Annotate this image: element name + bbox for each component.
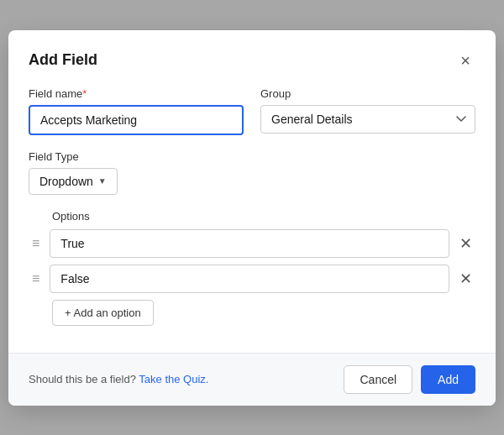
cancel-button[interactable]: Cancel xyxy=(344,365,412,394)
options-label: Options xyxy=(29,210,475,223)
drag-handle-0[interactable]: ≡ xyxy=(29,233,43,254)
field-name-input[interactable] xyxy=(29,105,244,135)
option-input-1[interactable] xyxy=(50,265,449,293)
field-name-group-row: Field name* Group General Details xyxy=(29,87,475,135)
close-button[interactable]: × xyxy=(455,50,475,71)
remove-option-0[interactable]: ✕ xyxy=(456,234,475,253)
group-label: Group xyxy=(260,87,475,100)
add-field-modal: Add Field × Field name* Group General De… xyxy=(8,30,496,406)
modal-body: Add Field × Field name* Group General De… xyxy=(8,30,496,353)
option-row-1: ≡ ✕ xyxy=(29,265,475,293)
footer-actions: Cancel Add xyxy=(344,365,475,394)
field-type-arrow: ▼ xyxy=(98,176,107,186)
drag-handle-1[interactable]: ≡ xyxy=(29,268,43,290)
option-row-0: ≡ ✕ xyxy=(29,229,475,258)
modal-title: Add Field xyxy=(29,51,97,69)
modal-footer: Should this be a field? Take the Quiz. C… xyxy=(8,353,496,406)
take-quiz-link[interactable]: Take the Quiz. xyxy=(139,373,208,385)
add-option-button[interactable]: + Add an option xyxy=(52,300,154,326)
options-section: Options ≡ ✕ ≡ ✕ + Add an option xyxy=(29,210,475,326)
field-type-dropdown[interactable]: Dropdown ▼ xyxy=(29,168,118,195)
footer-text: Should this be a field? Take the Quiz. xyxy=(29,373,208,385)
field-name-group: Field name* xyxy=(29,87,244,135)
option-input-0[interactable] xyxy=(50,229,449,258)
field-type-label: Field Type xyxy=(29,150,475,163)
add-button[interactable]: Add xyxy=(421,365,475,394)
modal-overlay: Add Field × Field name* Group General De… xyxy=(0,0,504,435)
remove-option-1[interactable]: ✕ xyxy=(456,270,475,288)
field-type-value: Dropdown xyxy=(39,175,93,188)
group-select[interactable]: General Details xyxy=(260,105,475,134)
field-type-section: Field Type Dropdown ▼ xyxy=(29,150,475,195)
modal-header: Add Field × xyxy=(29,50,475,71)
group-form-group: Group General Details xyxy=(260,87,475,135)
field-name-label: Field name* xyxy=(29,87,244,100)
